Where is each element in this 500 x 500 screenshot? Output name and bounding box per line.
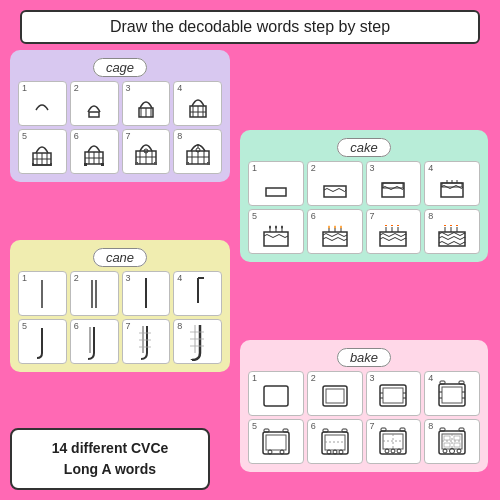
cane-grid: 1 2 3 4 5 bbox=[18, 271, 222, 364]
cage-cell-1: 1 bbox=[18, 81, 67, 126]
card-cane: cane 1 2 3 4 bbox=[10, 240, 230, 372]
svg-rect-118 bbox=[323, 429, 328, 432]
svg-rect-145 bbox=[454, 443, 460, 447]
svg-rect-111 bbox=[266, 435, 286, 450]
bake-cell-8: 8 bbox=[424, 419, 480, 464]
svg-rect-0 bbox=[89, 112, 99, 117]
svg-rect-108 bbox=[440, 381, 445, 384]
cake-drawing-6 bbox=[319, 216, 351, 248]
svg-rect-126 bbox=[381, 428, 386, 431]
bake-cell-3: 3 bbox=[366, 371, 422, 416]
svg-rect-144 bbox=[444, 443, 450, 447]
bake-drawing-1 bbox=[260, 378, 292, 410]
bake-cell-5: 5 bbox=[248, 419, 304, 464]
svg-point-63 bbox=[334, 225, 336, 228]
svg-rect-113 bbox=[283, 429, 288, 432]
cane-drawing-4 bbox=[184, 275, 212, 313]
cane-drawing-1 bbox=[28, 275, 56, 313]
bake-grid: 1 2 3 4 bbox=[248, 371, 480, 464]
cake-drawing-4 bbox=[436, 168, 468, 200]
cane-drawing-7 bbox=[132, 323, 160, 361]
cake-drawing-7 bbox=[377, 216, 409, 248]
svg-rect-112 bbox=[264, 429, 269, 432]
svg-point-55 bbox=[269, 225, 271, 228]
cage-cell-2: 2 bbox=[70, 81, 119, 126]
svg-point-64 bbox=[340, 225, 342, 228]
svg-point-128 bbox=[385, 449, 389, 453]
svg-point-56 bbox=[275, 225, 277, 228]
svg-rect-95 bbox=[326, 389, 344, 403]
bake-cell-1: 1 bbox=[248, 371, 304, 416]
bake-drawing-2 bbox=[319, 378, 351, 410]
svg-rect-31 bbox=[154, 162, 157, 165]
bake-drawing-5 bbox=[260, 426, 292, 458]
cane-label: cane bbox=[93, 248, 147, 267]
cane-cell-4: 4 bbox=[173, 271, 222, 316]
cage-cell-3: 3 bbox=[122, 81, 171, 126]
cane-cell-1: 1 bbox=[18, 271, 67, 316]
svg-rect-143 bbox=[454, 436, 460, 440]
bake-drawing-3 bbox=[377, 378, 409, 410]
cage-drawing-5 bbox=[28, 138, 56, 166]
svg-point-137 bbox=[443, 449, 447, 453]
cake-drawing-1 bbox=[260, 168, 292, 200]
cage-drawing-2 bbox=[80, 90, 108, 118]
cane-drawing-6 bbox=[80, 323, 108, 361]
cage-drawing-7 bbox=[132, 138, 160, 166]
cage-drawing-4 bbox=[184, 90, 212, 118]
svg-rect-23 bbox=[84, 163, 87, 166]
bake-label-container: bake bbox=[248, 348, 480, 366]
cane-label-container: cane bbox=[18, 248, 222, 266]
svg-rect-30 bbox=[135, 162, 138, 165]
cake-cell-2: 2 bbox=[307, 161, 363, 206]
cane-cell-5: 5 bbox=[18, 319, 67, 364]
svg-rect-39 bbox=[207, 162, 210, 165]
cane-drawing-2 bbox=[80, 275, 108, 313]
cage-cell-5: 5 bbox=[18, 129, 67, 174]
cake-drawing-2 bbox=[319, 168, 351, 200]
bake-cell-6: 6 bbox=[307, 419, 363, 464]
cage-grid: 1 2 3 4 bbox=[18, 81, 222, 174]
bake-drawing-4 bbox=[436, 378, 468, 410]
cane-cell-7: 7 bbox=[122, 319, 171, 364]
cage-cell-8: 8 bbox=[173, 129, 222, 174]
cake-cell-6: 6 bbox=[307, 209, 363, 254]
cane-cell-2: 2 bbox=[70, 271, 119, 316]
svg-rect-93 bbox=[264, 386, 288, 406]
svg-rect-127 bbox=[400, 428, 405, 431]
svg-point-57 bbox=[281, 225, 283, 228]
cake-drawing-3 bbox=[377, 168, 409, 200]
cage-cell-6: 6 bbox=[70, 129, 119, 174]
cane-drawing-8 bbox=[184, 323, 212, 361]
cage-drawing-3 bbox=[132, 90, 160, 118]
cake-cell-4: 4 bbox=[424, 161, 480, 206]
bottom-line2: Long A words bbox=[17, 459, 203, 480]
cake-cell-5: 5 bbox=[248, 209, 304, 254]
bake-drawing-8 bbox=[436, 426, 468, 458]
cane-cell-6: 6 bbox=[70, 319, 119, 364]
svg-rect-119 bbox=[342, 429, 347, 432]
cage-label-container: cage bbox=[18, 58, 222, 76]
cage-drawing-8 bbox=[184, 138, 212, 166]
bake-drawing-7 bbox=[377, 426, 409, 458]
cake-drawing-8 bbox=[436, 216, 468, 248]
svg-point-139 bbox=[457, 449, 461, 453]
svg-rect-24 bbox=[101, 163, 104, 166]
cage-drawing-6 bbox=[80, 138, 108, 166]
svg-rect-42 bbox=[266, 188, 286, 196]
cake-cell-7: 7 bbox=[366, 209, 422, 254]
card-bake: bake 1 2 3 bbox=[240, 340, 488, 472]
cane-cell-3: 3 bbox=[122, 271, 171, 316]
svg-rect-38 bbox=[186, 162, 189, 165]
bake-cell-4: 4 bbox=[424, 371, 480, 416]
svg-point-62 bbox=[328, 225, 330, 228]
cage-drawing-1 bbox=[28, 90, 56, 118]
cane-drawing-5 bbox=[28, 323, 56, 361]
cane-drawing-3 bbox=[132, 275, 160, 313]
cake-cell-3: 3 bbox=[366, 161, 422, 206]
svg-rect-103 bbox=[442, 387, 462, 403]
svg-rect-109 bbox=[459, 381, 464, 384]
svg-rect-44 bbox=[382, 183, 404, 197]
bake-cell-2: 2 bbox=[307, 371, 363, 416]
cage-cell-4: 4 bbox=[173, 81, 222, 126]
